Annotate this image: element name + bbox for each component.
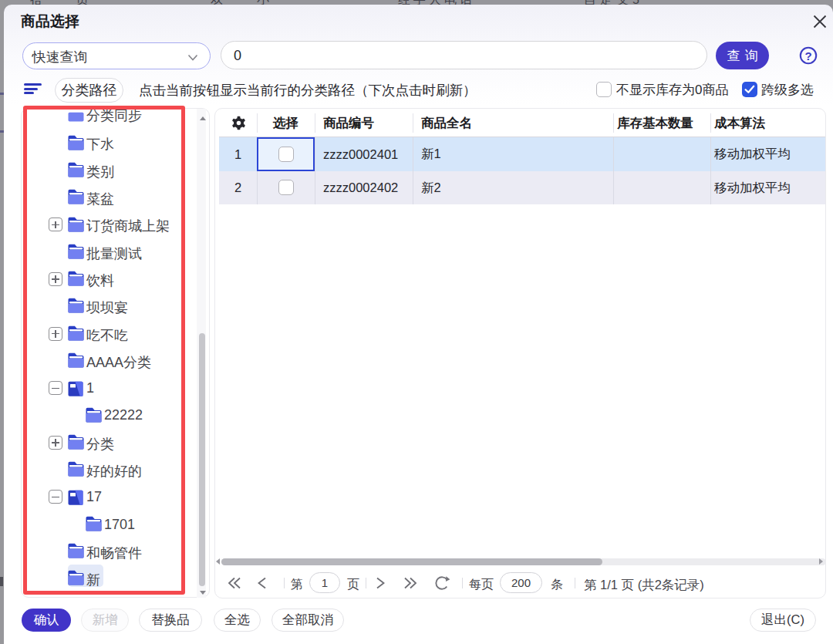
svg-text:?: ? — [804, 49, 811, 62]
